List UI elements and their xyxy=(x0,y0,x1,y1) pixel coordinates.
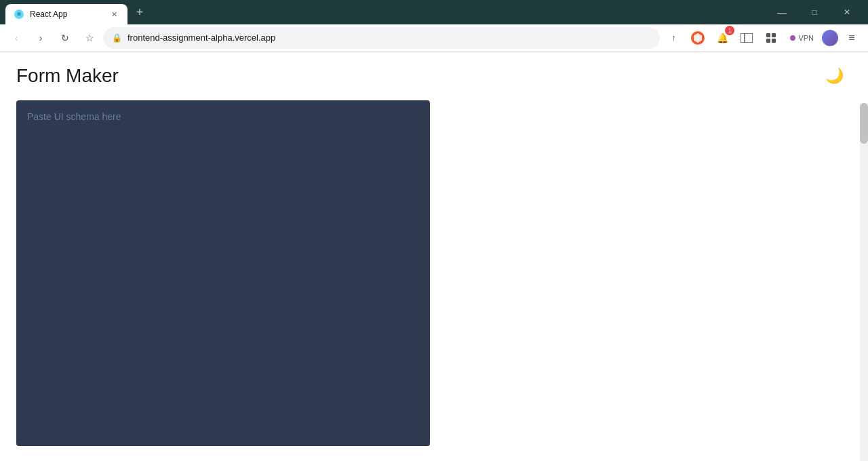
new-tab-button[interactable]: + xyxy=(130,3,149,22)
forward-button[interactable]: › xyxy=(30,27,52,49)
maximize-button[interactable]: □ xyxy=(799,2,830,22)
extensions-button[interactable] xyxy=(760,27,782,49)
schema-textarea[interactable] xyxy=(16,100,430,446)
tab-close-button[interactable]: ✕ xyxy=(108,9,119,20)
tab-title: React App xyxy=(30,9,103,19)
close-button[interactable]: ✕ xyxy=(831,2,863,22)
lock-icon: 🔒 xyxy=(112,33,122,43)
left-panel xyxy=(16,100,430,449)
notification-badge: 1 xyxy=(725,26,734,35)
vpn-button[interactable]: VPN xyxy=(785,30,819,46)
minimize-button[interactable]: — xyxy=(766,2,797,22)
page-content: Form Maker 🌙 xyxy=(0,52,860,461)
vpn-dot-icon xyxy=(790,35,795,41)
browser-chrome: ⚛ React App ✕ + — □ ✕ ‹ › ↻ ☆ 🔒 xyxy=(0,0,868,52)
dark-mode-button[interactable]: 🌙 xyxy=(825,67,844,85)
extensions-icon xyxy=(766,33,776,43)
active-tab[interactable]: ⚛ React App ✕ xyxy=(5,4,127,24)
bookmark-button[interactable]: ☆ xyxy=(79,27,100,49)
right-panel xyxy=(430,100,844,449)
notification-button[interactable]: 🔔 1 xyxy=(711,27,733,49)
reload-button[interactable]: ↻ xyxy=(54,27,76,49)
brave-button[interactable] xyxy=(687,27,709,49)
profile-avatar[interactable] xyxy=(822,30,838,46)
brave-logo-icon xyxy=(691,31,705,45)
svg-rect-4 xyxy=(766,39,770,43)
vpn-label: VPN xyxy=(798,34,814,42)
page-title: Form Maker xyxy=(16,65,119,87)
svg-rect-5 xyxy=(772,39,776,43)
react-favicon-icon: ⚛ xyxy=(14,9,24,19)
svg-rect-3 xyxy=(772,33,776,37)
url-text: frontend-assignment-alpha.vercel.app xyxy=(127,33,651,43)
scrollbar-track xyxy=(860,103,868,461)
tab-bar: ⚛ React App ✕ + — □ ✕ xyxy=(0,0,868,24)
tab-favicon: ⚛ xyxy=(14,9,24,20)
sidebar-toggle-button[interactable] xyxy=(736,27,757,49)
back-button[interactable]: ‹ xyxy=(5,27,27,49)
address-bar[interactable]: 🔒 frontend-assignment-alpha.vercel.app xyxy=(103,27,660,49)
svg-rect-0 xyxy=(741,33,753,43)
svg-rect-2 xyxy=(766,33,770,37)
main-layout xyxy=(16,100,844,449)
scrollbar-thumb[interactable] xyxy=(860,103,868,144)
menu-button[interactable]: ≡ xyxy=(841,27,863,49)
page-wrapper: Form Maker 🌙 xyxy=(0,52,868,461)
window-controls: — □ ✕ xyxy=(766,2,863,22)
nav-actions: ↑ 🔔 1 xyxy=(663,27,863,49)
sidebar-icon xyxy=(741,33,753,43)
share-button[interactable]: ↑ xyxy=(663,27,684,49)
page-header: Form Maker 🌙 xyxy=(16,65,844,87)
nav-bar: ‹ › ↻ ☆ 🔒 frontend-assignment-alpha.verc… xyxy=(0,24,868,52)
